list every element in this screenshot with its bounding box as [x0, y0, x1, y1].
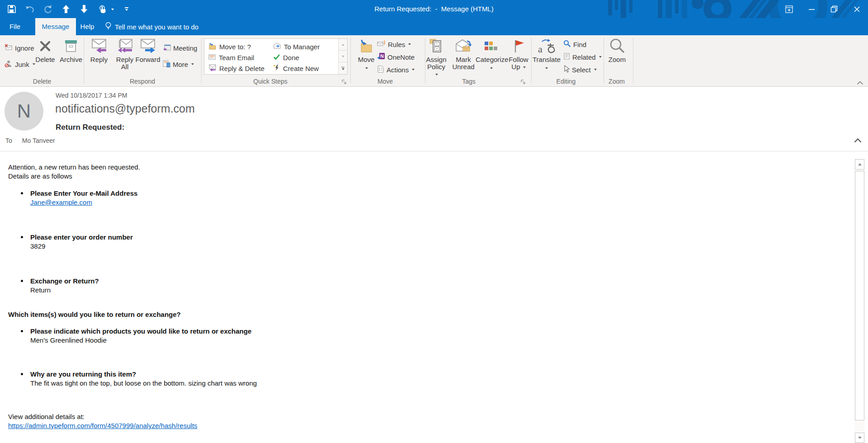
group-label-tags: Tags — [462, 78, 476, 85]
qa-item-order-number: Please enter your order number 3829 — [21, 233, 133, 251]
more-respond-icon — [163, 60, 170, 69]
tab-message[interactable]: Message — [35, 18, 76, 35]
answer-text: Return — [30, 286, 99, 295]
related-button[interactable]: Related — [563, 52, 602, 62]
scrollbar-thumb[interactable] — [855, 171, 864, 420]
scrollbar-down-button[interactable] — [855, 433, 864, 443]
translate-icon: a — [533, 37, 560, 55]
translate-button[interactable]: a Translate — [533, 37, 560, 84]
group-label-quick-steps: Quick Steps — [253, 78, 287, 85]
details-results-link[interactable]: https://admin.typeform.com/form/4507999/… — [8, 422, 198, 429]
bullet-icon — [21, 373, 23, 375]
quick-step-done[interactable]: Done — [273, 52, 299, 62]
message-header: N Wed 10/18/2017 1:34 PM notifications@t… — [0, 87, 868, 151]
follow-up-caret-icon — [523, 66, 526, 68]
zoom-magnifier-icon — [604, 37, 630, 55]
undo-icon[interactable] — [24, 4, 35, 14]
archive-button[interactable]: Archive — [57, 37, 85, 84]
follow-up-button[interactable]: Follow Up — [507, 37, 530, 84]
delete-icon — [33, 37, 58, 55]
tab-help[interactable]: Help — [76, 18, 99, 35]
tab-file[interactable]: File — [0, 18, 30, 35]
collapse-header-icon[interactable] — [854, 137, 862, 145]
move-icon — [354, 37, 379, 55]
find-button[interactable]: Find — [563, 39, 586, 50]
scrollbar-up-button[interactable] — [855, 159, 864, 170]
translate-caret-icon — [545, 67, 548, 69]
assign-policy-button[interactable]: Assign Policy — [423, 37, 450, 84]
next-item-icon[interactable] — [79, 4, 90, 14]
junk-button[interactable]: Junk — [5, 59, 35, 70]
move-button[interactable]: Move — [354, 37, 379, 84]
footer-label: View additional details at: — [8, 412, 85, 421]
quick-step-team-email[interactable]: Team Email — [208, 52, 254, 62]
find-icon — [563, 40, 571, 49]
actions-button[interactable]: Actions — [377, 64, 415, 75]
titlebar: Return Requested: - Message (HTML) — [0, 0, 868, 18]
categorize-button[interactable]: Categorize — [476, 37, 506, 84]
mark-unread-icon — [451, 37, 476, 55]
meeting-button[interactable]: Meeting — [163, 42, 197, 53]
svg-text:N: N — [380, 53, 384, 59]
gallery-more-button[interactable] — [339, 62, 347, 74]
message-body: Attention, a new return has been request… — [0, 152, 868, 443]
recipient-name[interactable]: Mo Tanveer — [22, 137, 55, 144]
zoom-button[interactable]: Zoom — [604, 37, 630, 84]
group-label-editing: Editing — [557, 78, 576, 85]
tags-dialog-launcher-icon[interactable] — [520, 79, 527, 85]
quick-steps-dialog-launcher-icon[interactable] — [341, 79, 348, 85]
quick-step-create-new[interactable]: Create New — [273, 63, 319, 73]
save-icon[interactable] — [6, 4, 17, 14]
categorize-caret-icon — [490, 67, 493, 69]
actions-caret-icon — [412, 69, 415, 71]
question-text: Why are you returning this item? — [30, 370, 257, 379]
redo-icon[interactable] — [42, 4, 53, 14]
reply-delete-icon — [208, 64, 217, 73]
onenote-button[interactable]: N OneNote — [377, 52, 415, 62]
close-icon[interactable] — [845, 0, 868, 18]
rules-button[interactable]: Rules — [377, 39, 411, 50]
minimize-icon[interactable] — [800, 0, 823, 18]
customize-qat-icon[interactable] — [121, 4, 132, 14]
question-text: Please enter your order number — [30, 233, 133, 242]
move-to-folder-icon — [208, 42, 217, 51]
select-button[interactable]: Select — [563, 64, 597, 75]
ribbon-display-options-icon[interactable] — [778, 0, 800, 18]
collapse-ribbon-icon[interactable] — [857, 79, 863, 87]
follow-up-flag-icon — [507, 37, 530, 55]
touch-mode-caret-icon[interactable] — [110, 5, 114, 13]
select-cursor-icon — [563, 65, 570, 74]
forward-icon — [134, 37, 162, 55]
section-heading: Which items(s) would you like to return … — [8, 310, 181, 319]
done-check-icon — [273, 54, 280, 61]
to-label: To — [5, 137, 12, 144]
quick-step-move-to[interactable]: Move to: ? — [208, 42, 251, 52]
delete-button[interactable]: Delete — [33, 37, 58, 84]
body-scrollbar — [855, 159, 864, 443]
quick-access-toolbar — [6, 0, 132, 18]
more-respond-button[interactable]: More — [163, 59, 194, 70]
quick-step-to-manager[interactable]: To Manager — [273, 42, 320, 52]
touch-mode-icon[interactable] — [97, 4, 108, 14]
recipient-line: ToMo Tanveer — [5, 137, 55, 144]
gallery-scrollbar — [338, 39, 347, 74]
sender-address[interactable]: notifications@typeform.com — [55, 102, 195, 115]
forward-button[interactable]: Forward — [134, 37, 162, 84]
ignore-button[interactable]: Ignore — [5, 42, 34, 53]
answer-email-link[interactable]: Jane@example.com — [30, 198, 92, 206]
group-label-respond: Respond — [130, 78, 155, 85]
meeting-icon — [163, 44, 171, 52]
mark-unread-button[interactable]: Mark Unread — [451, 37, 476, 84]
quick-step-reply-delete[interactable]: Reply & Delete — [208, 63, 264, 73]
tell-me-box[interactable]: Tell me what you want to do — [105, 18, 198, 35]
archive-icon — [57, 37, 85, 55]
intro-line-1: Attention, a new return has been request… — [8, 163, 140, 172]
move-caret-icon — [365, 67, 368, 69]
qa-item-email: Please Enter Your e-Mail Address Jane@ex… — [21, 189, 137, 207]
gallery-scroll-up[interactable] — [339, 39, 347, 51]
reply-button[interactable]: Reply — [87, 37, 111, 84]
qa-item-reason: Why are you returning this item? The fit… — [21, 370, 257, 388]
restore-icon[interactable] — [823, 0, 845, 18]
gallery-scroll-down[interactable] — [339, 51, 347, 62]
previous-item-icon[interactable] — [61, 4, 71, 14]
